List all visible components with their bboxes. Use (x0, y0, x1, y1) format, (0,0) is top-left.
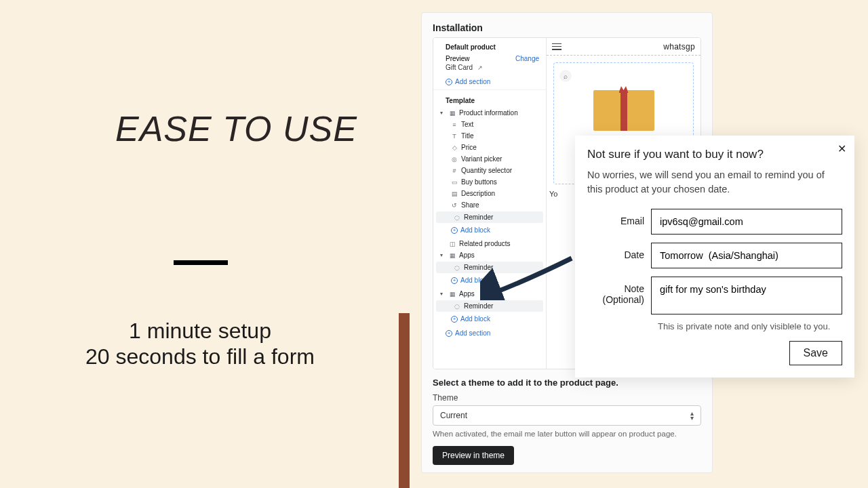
theme-value: Current (440, 411, 467, 420)
gift-card-label: Gift Card (446, 64, 473, 71)
block-title[interactable]: TTitle (433, 130, 546, 142)
subline-1: 1 minute setup (0, 319, 400, 344)
headline: EASE TO USE (115, 108, 357, 149)
preview-in-theme-button[interactable]: Preview in theme (433, 446, 514, 465)
note-label: Note (Optional) (587, 277, 651, 305)
apps-icon: ▦ (449, 291, 456, 298)
add-section-link-2[interactable]: + Add section (433, 327, 546, 341)
apps-node-1[interactable]: ▾ ▦ Apps (433, 249, 546, 261)
add-block-link-3[interactable]: + Add block (433, 312, 546, 327)
chevron-down-icon: ▾ (440, 291, 446, 297)
installation-title: Installation (433, 22, 701, 33)
note-help: This is private note and only visiblele … (658, 321, 842, 331)
email-label: Email (587, 209, 651, 226)
section-icon: ▦ (449, 110, 456, 117)
close-icon[interactable]: ✕ (837, 142, 846, 155)
block-buy-buttons[interactable]: ▭Buy buttons (433, 176, 546, 188)
reminder-icon: ◌ (454, 214, 460, 221)
block-text[interactable]: ≡Text (433, 119, 546, 130)
block-variant-picker[interactable]: ◎Variant picker (433, 153, 546, 165)
preview-label: Preview (446, 55, 470, 62)
plus-icon: + (451, 316, 458, 323)
select-theme-heading: Select a theme to add it to the product … (433, 378, 701, 388)
title-icon: T (451, 133, 458, 140)
apps-icon: ▦ (449, 252, 456, 259)
variant-icon: ◎ (451, 156, 458, 163)
related-products-node[interactable]: ▾ ◫ Related products (433, 238, 546, 249)
block-price[interactable]: ◇Price (433, 142, 546, 153)
apps-block-reminder-2[interactable]: ◌Reminder (436, 300, 543, 312)
plus-icon: + (446, 330, 452, 337)
hamburger-icon[interactable] (552, 43, 561, 50)
popup-title: Not sure if you want to buy it now? (587, 148, 842, 161)
theme-select[interactable]: Current ▴▾ (433, 405, 701, 426)
note-field[interactable] (651, 277, 842, 314)
product-image (593, 90, 654, 131)
editor-tree: Default product Preview Change Gift Card… (433, 38, 547, 369)
divider (174, 260, 228, 265)
select-stepper-icon: ▴▾ (690, 411, 694, 420)
apps-block-reminder-1[interactable]: ◌Reminder (436, 262, 543, 273)
plus-icon: + (451, 227, 458, 234)
product-information-node[interactable]: ▾ ▦ Product information (433, 107, 546, 119)
date-field[interactable] (651, 243, 842, 268)
plus-icon: + (446, 79, 452, 85)
quantity-icon: # (451, 167, 458, 174)
default-product-label: Default product (433, 38, 546, 54)
reminder-icon: ◌ (454, 264, 460, 271)
preview-brand: whatsgp (663, 42, 695, 52)
related-icon: ◫ (449, 241, 456, 247)
block-description[interactable]: ▤Description (433, 188, 546, 199)
template-label: Template (433, 89, 546, 107)
buy-icon: ▭ (451, 179, 458, 186)
add-section-link[interactable]: + Add section (433, 75, 546, 89)
email-field[interactable] (651, 209, 842, 235)
popup-lead: No worries, we will send you an email to… (587, 168, 842, 197)
change-link[interactable]: Change (515, 55, 539, 62)
share-icon: ↺ (451, 202, 458, 209)
date-label: Date (587, 243, 651, 260)
external-link-icon[interactable]: ↗ (477, 64, 483, 71)
chevron-down-icon: ▾ (440, 252, 446, 258)
reminder-popup: ✕ Not sure if you want to buy it now? No… (575, 136, 854, 378)
save-button[interactable]: Save (789, 341, 842, 365)
description-icon: ▤ (451, 190, 458, 197)
block-quantity-selector[interactable]: #Quantity selector (433, 165, 546, 176)
theme-hint: When activated, the email me later butto… (433, 430, 701, 438)
reminder-icon: ◌ (454, 303, 460, 310)
text-icon: ≡ (451, 121, 458, 128)
block-share[interactable]: ↺Share (433, 199, 546, 211)
marketing-left: EASE TO USE 1 minute setup 20 seconds to… (0, 0, 400, 488)
price-icon: ◇ (451, 144, 458, 151)
zoom-icon[interactable]: ⌕ (559, 70, 572, 82)
subline-2: 20 seconds to fill a form (0, 344, 400, 369)
accent-bar (399, 313, 410, 488)
chevron-down-icon: ▾ (440, 110, 446, 116)
plus-icon: + (451, 277, 458, 284)
theme-label: Theme (433, 393, 701, 403)
add-block-link-2[interactable]: + Add block (433, 274, 546, 288)
add-block-link-1[interactable]: + Add block (433, 224, 546, 238)
apps-node-2[interactable]: ▾ ▦ Apps (433, 288, 546, 300)
block-reminder[interactable]: ◌Reminder (436, 211, 543, 223)
